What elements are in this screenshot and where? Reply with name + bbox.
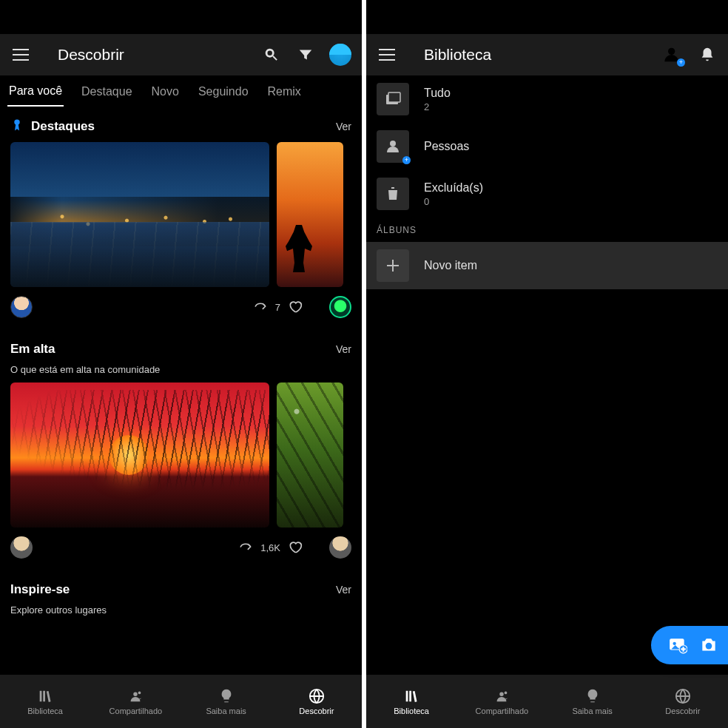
tab-seguindo[interactable]: Seguindo	[197, 78, 250, 106]
library-item-deleted[interactable]: Excluída(s) 0	[366, 170, 728, 218]
people-icon	[377, 130, 409, 163]
library-item-all[interactable]: Tudo 2	[366, 75, 728, 123]
filter-icon[interactable]	[295, 44, 316, 65]
screen-discover: Descobrir Para você Destaque Novo Seguin…	[0, 0, 362, 728]
add-image-icon	[666, 633, 690, 657]
author-avatar[interactable]	[329, 536, 351, 559]
page-title: Biblioteca	[424, 46, 650, 64]
person-search-icon[interactable]	[663, 44, 684, 65]
tab-destaque[interactable]: Destaque	[80, 78, 134, 106]
screen-library: Biblioteca Tudo 2 Pessoas	[366, 0, 728, 728]
remix-count: 7	[275, 302, 280, 313]
svg-point-2	[668, 48, 675, 55]
camera-icon	[697, 633, 721, 657]
svg-point-7	[673, 642, 676, 645]
bottom-nav: Biblioteca Compartilhado Saiba mais Desc…	[0, 675, 362, 728]
like-icon[interactable]	[288, 539, 303, 556]
svg-point-10	[505, 691, 508, 694]
menu-icon[interactable]	[10, 44, 31, 65]
albums-header: ÁLBUNS	[366, 218, 728, 242]
search-icon[interactable]	[261, 44, 282, 65]
nav-saiba-mais[interactable]: Saiba mais	[547, 688, 638, 715]
bottom-nav: Biblioteca Compartilhado Saiba mais Desc…	[366, 675, 728, 728]
discover-tabs: Para você Destaque Novo Seguindo Remix	[0, 75, 362, 108]
remix-icon[interactable]	[253, 299, 268, 316]
section-destaques: Destaques Ver 7	[0, 108, 362, 331]
section-subtitle: Explore outros lugares	[0, 604, 362, 623]
new-album-button[interactable]: Novo item	[366, 242, 728, 289]
app-bar: Biblioteca	[366, 34, 728, 75]
nav-compartilhado[interactable]: Compartilhado	[90, 688, 181, 715]
section-subtitle: O que está em alta na comunidade	[0, 364, 362, 382]
app-bar: Descobrir	[0, 34, 362, 75]
library-list: Tudo 2 Pessoas Excluída(s) 0 ÁLBUNS	[366, 75, 728, 289]
add-photo-fab[interactable]	[651, 626, 728, 664]
section-inspire: Inspire-se Ver Explore outros lugares	[0, 572, 362, 627]
section-title: Inspire-se	[10, 582, 70, 597]
tab-novo[interactable]: Novo	[150, 78, 181, 106]
author-avatar[interactable]	[329, 296, 351, 318]
section-title: Destaques	[31, 119, 95, 134]
like-icon[interactable]	[288, 299, 303, 316]
remix-icon[interactable]	[238, 539, 253, 556]
svg-point-9	[706, 643, 712, 650]
see-all-link[interactable]: Ver	[336, 343, 351, 355]
author-avatar[interactable]	[10, 296, 33, 318]
nav-biblioteca[interactable]: Biblioteca	[366, 688, 456, 715]
award-icon	[10, 118, 24, 135]
see-all-link[interactable]: Ver	[336, 584, 351, 596]
plus-icon	[377, 249, 409, 282]
featured-photo-card[interactable]	[277, 142, 343, 287]
tab-para-voce[interactable]: Para você	[7, 77, 64, 107]
nav-biblioteca[interactable]: Biblioteca	[0, 688, 90, 715]
author-avatar[interactable]	[10, 536, 33, 559]
nav-descobrir[interactable]: Descobrir	[638, 688, 728, 715]
see-all-link[interactable]: Ver	[336, 121, 351, 132]
trending-photo-card[interactable]	[10, 382, 269, 528]
photos-icon	[377, 83, 409, 115]
status-bar	[0, 0, 362, 34]
trash-icon	[377, 178, 409, 210]
svg-rect-4	[388, 92, 400, 102]
profile-avatar[interactable]	[329, 44, 351, 66]
section-title: Em alta	[10, 342, 55, 357]
svg-point-5	[390, 141, 396, 146]
remix-count: 1,6K	[260, 542, 280, 553]
status-bar	[366, 0, 728, 34]
nav-compartilhado[interactable]: Compartilhado	[456, 688, 547, 715]
svg-point-0	[138, 691, 141, 694]
notifications-icon[interactable]	[697, 44, 718, 65]
section-em-alta: Em alta Ver O que está em alta na comuni…	[0, 331, 362, 572]
featured-photo-card[interactable]	[10, 142, 269, 287]
sort-icon[interactable]	[704, 222, 718, 237]
menu-icon[interactable]	[377, 44, 397, 65]
nav-saiba-mais[interactable]: Saiba mais	[181, 688, 272, 715]
page-title: Descobrir	[58, 46, 248, 64]
nav-descobrir[interactable]: Descobrir	[272, 688, 362, 715]
trending-photo-card[interactable]	[277, 382, 343, 528]
tab-remix[interactable]: Remix	[266, 78, 303, 106]
library-item-people[interactable]: Pessoas	[366, 123, 728, 170]
